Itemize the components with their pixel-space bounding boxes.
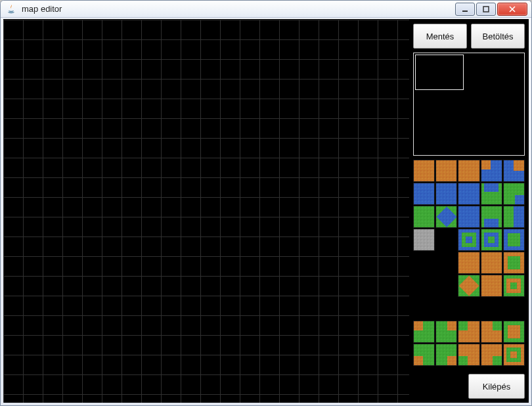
- palette-tile: [413, 298, 435, 320]
- save-button[interactable]: Mentés: [413, 24, 467, 49]
- palette-tile[interactable]: [503, 252, 525, 274]
- palette-tile: [413, 275, 435, 297]
- minimize-button[interactable]: [455, 3, 475, 16]
- window-buttons: [455, 3, 527, 16]
- palette-tile[interactable]: [435, 344, 457, 366]
- selected-tile-preview: [415, 55, 464, 90]
- palette-tile[interactable]: [481, 206, 502, 228]
- palette-tile[interactable]: [503, 160, 525, 182]
- palette-tile[interactable]: [481, 252, 502, 274]
- palette-tile[interactable]: [458, 206, 479, 228]
- palette-tile[interactable]: [481, 160, 502, 182]
- palette-tile: [435, 298, 457, 320]
- palette-tile[interactable]: [413, 229, 435, 251]
- palette-tile[interactable]: [481, 229, 502, 251]
- palette-tile: [458, 298, 479, 320]
- load-button[interactable]: Betöltés: [471, 24, 525, 49]
- palette-tile[interactable]: [413, 183, 435, 205]
- svg-rect-0: [462, 11, 468, 12]
- palette-tile[interactable]: [503, 275, 525, 297]
- map-canvas[interactable]: [3, 20, 409, 403]
- palette-tile[interactable]: [435, 160, 457, 182]
- palette-tile[interactable]: [503, 206, 525, 228]
- palette-tile[interactable]: [435, 206, 457, 228]
- palette-tile[interactable]: [458, 321, 479, 343]
- side-panel: Mentés Betöltés Kilépés: [409, 20, 529, 403]
- palette-tile: [435, 252, 457, 274]
- palette-tile[interactable]: [481, 275, 502, 297]
- palette-tile[interactable]: [458, 252, 479, 274]
- palette-tile[interactable]: [503, 229, 525, 251]
- palette-tile[interactable]: [458, 229, 479, 251]
- palette-tile[interactable]: [413, 160, 435, 182]
- exit-button[interactable]: Kilépés: [468, 374, 525, 399]
- palette-tile[interactable]: [503, 183, 525, 205]
- palette-tile[interactable]: [458, 183, 479, 205]
- title-bar[interactable]: map editor: [1, 1, 531, 18]
- palette-tile: [435, 229, 457, 251]
- palette-tile[interactable]: [481, 183, 502, 205]
- palette-tile[interactable]: [503, 344, 525, 366]
- client-area: Mentés Betöltés Kilépés: [3, 19, 529, 403]
- palette-tile[interactable]: [413, 206, 435, 228]
- close-button[interactable]: [497, 3, 527, 16]
- palette-tile: [481, 298, 502, 320]
- palette-tile[interactable]: [413, 344, 435, 366]
- palette-tile[interactable]: [413, 321, 435, 343]
- palette-tile[interactable]: [458, 344, 479, 366]
- window-title: map editor: [22, 4, 455, 14]
- tile-palette: [413, 160, 525, 366]
- footer: Kilépés: [409, 370, 529, 403]
- tile-preview-panel: [413, 53, 525, 156]
- palette-tile[interactable]: [481, 344, 502, 366]
- java-app-icon: [6, 4, 16, 14]
- palette-tile[interactable]: [458, 160, 479, 182]
- canvas-grid: [3, 20, 409, 403]
- palette-tile[interactable]: [435, 321, 457, 343]
- palette-tile[interactable]: [481, 321, 502, 343]
- palette-tile: [503, 298, 525, 320]
- palette-tile[interactable]: [503, 321, 525, 343]
- maximize-button[interactable]: [476, 3, 496, 16]
- palette-tile[interactable]: [458, 275, 479, 297]
- palette-tile[interactable]: [435, 183, 457, 205]
- top-buttons: Mentés Betöltés: [409, 20, 529, 53]
- svg-rect-1: [483, 7, 489, 12]
- app-window: map editor Mentés Betöltés: [0, 0, 532, 406]
- palette-tile: [435, 275, 457, 297]
- palette-tile: [413, 252, 435, 274]
